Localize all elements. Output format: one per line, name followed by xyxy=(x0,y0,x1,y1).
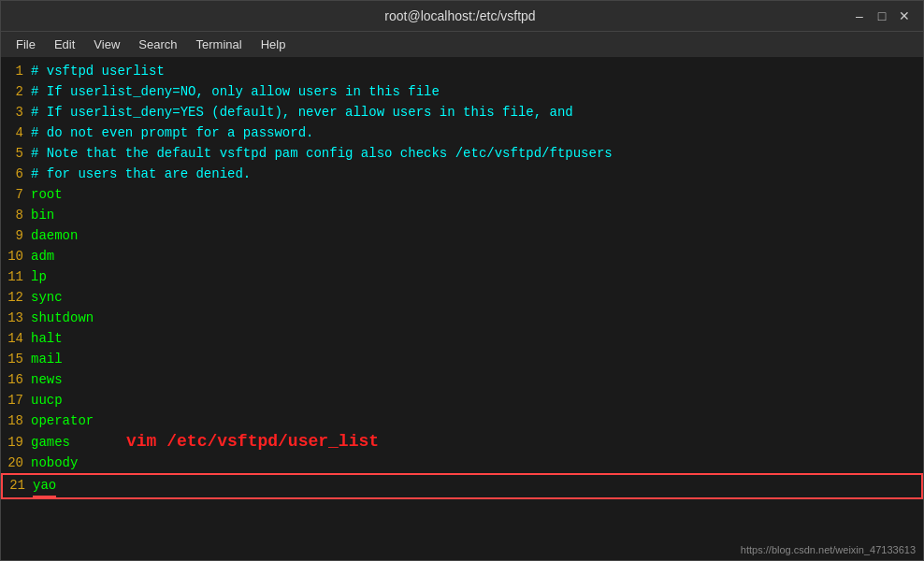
menu-item-view[interactable]: View xyxy=(86,36,127,53)
code-line: 2# If userlist_deny=NO, only allow users… xyxy=(1,81,923,102)
line-number: 11 xyxy=(1,266,31,287)
code-line: 6# for users that are denied. xyxy=(1,164,923,184)
code-line: 3# If userlist_deny=YES (default), never… xyxy=(1,102,923,122)
minimize-button[interactable]: – xyxy=(852,8,867,23)
status-bar: https://blog.csdn.net/weixin_47133613 xyxy=(1,539,923,560)
code-line: 15mail xyxy=(1,349,923,369)
code-area: 1# vsftpd userlist2# If userlist_deny=NO… xyxy=(1,61,923,536)
line-content: lp xyxy=(31,266,47,287)
menu-item-search[interactable]: Search xyxy=(131,36,184,53)
code-line: 16news xyxy=(1,369,923,390)
line-content: daemon xyxy=(31,225,78,246)
line-number: 20 xyxy=(1,453,31,473)
code-line: 10adm xyxy=(1,246,923,266)
code-line: 21yao xyxy=(1,473,923,499)
code-line: 18operator xyxy=(1,410,923,431)
line-number: 8 xyxy=(1,205,31,225)
line-content: # do not even prompt for a password. xyxy=(31,122,313,143)
code-line: 5# Note that the default vsftpd pam conf… xyxy=(1,143,923,164)
line-content: # Note that the default vsftpd pam confi… xyxy=(31,143,613,164)
window-title: root@localhost:/etc/vsftpd xyxy=(68,8,852,23)
line-number: 21 xyxy=(3,475,33,496)
line-content: # If userlist_deny=YES (default), never … xyxy=(31,102,573,122)
line-content: games xyxy=(31,432,70,453)
line-number: 10 xyxy=(1,246,31,266)
line-content: sync xyxy=(31,287,63,308)
maximize-button[interactable]: □ xyxy=(874,8,889,23)
line-number: 2 xyxy=(1,81,31,102)
menu-bar: FileEditViewSearchTerminalHelp xyxy=(1,31,923,57)
line-content: shutdown xyxy=(31,308,94,328)
code-line: 17uucp xyxy=(1,390,923,410)
line-number: 1 xyxy=(1,61,31,81)
window-controls: – □ ✕ xyxy=(852,8,912,23)
line-number: 18 xyxy=(1,410,31,431)
menu-item-file[interactable]: File xyxy=(8,36,43,53)
line-content: yao xyxy=(33,475,56,497)
line-number: 5 xyxy=(1,143,31,164)
code-line: 13shutdown xyxy=(1,308,923,328)
line-content: # vsftpd userlist xyxy=(31,61,165,81)
code-line: 4# do not even prompt for a password. xyxy=(1,122,923,143)
line-content: operator xyxy=(31,410,94,431)
line-content: mail xyxy=(31,349,63,369)
code-line: 7root xyxy=(1,184,923,205)
vim-command-overlay: vim /etc/vsftpd/user_list xyxy=(126,431,379,452)
line-number: 13 xyxy=(1,308,31,328)
code-line: 8bin xyxy=(1,205,923,225)
line-content: adm xyxy=(31,246,54,266)
line-number: 12 xyxy=(1,287,31,308)
line-content: halt xyxy=(31,328,63,349)
line-content: root xyxy=(31,184,63,205)
line-content: # for users that are denied. xyxy=(31,164,251,184)
line-content: # If userlist_deny=NO, only allow users … xyxy=(31,81,440,102)
line-number: 19 xyxy=(1,432,31,453)
line-number: 7 xyxy=(1,184,31,205)
line-number: 9 xyxy=(1,225,31,246)
menu-item-help[interactable]: Help xyxy=(253,36,294,53)
line-number: 17 xyxy=(1,390,31,410)
menu-item-terminal[interactable]: Terminal xyxy=(189,36,250,53)
line-number: 15 xyxy=(1,349,31,369)
line-number: 16 xyxy=(1,369,31,390)
line-content: news xyxy=(31,369,63,390)
title-bar: root@localhost:/etc/vsftpd – □ ✕ xyxy=(1,1,923,31)
code-line: 14halt xyxy=(1,328,923,349)
line-content: bin xyxy=(31,205,54,225)
terminal-window: root@localhost:/etc/vsftpd – □ ✕ FileEdi… xyxy=(0,0,924,561)
code-line: 9daemon xyxy=(1,225,923,246)
line-number: 6 xyxy=(1,164,31,184)
line-number: 3 xyxy=(1,102,31,122)
code-line: 19gamesvim /etc/vsftpd/user_list xyxy=(1,431,923,453)
code-line: 11lp xyxy=(1,266,923,287)
code-line: 1# vsftpd userlist xyxy=(1,61,923,81)
close-button[interactable]: ✕ xyxy=(897,8,912,23)
status-url: https://blog.csdn.net/weixin_47133613 xyxy=(741,544,916,555)
line-number: 14 xyxy=(1,328,31,349)
code-line: 20nobody xyxy=(1,453,923,473)
code-line: 12sync xyxy=(1,287,923,308)
terminal-content: 1# vsftpd userlist2# If userlist_deny=NO… xyxy=(1,57,923,539)
line-number: 4 xyxy=(1,122,31,143)
line-content: uucp xyxy=(31,390,63,410)
line-content: nobody xyxy=(31,453,78,473)
menu-item-edit[interactable]: Edit xyxy=(47,36,82,53)
